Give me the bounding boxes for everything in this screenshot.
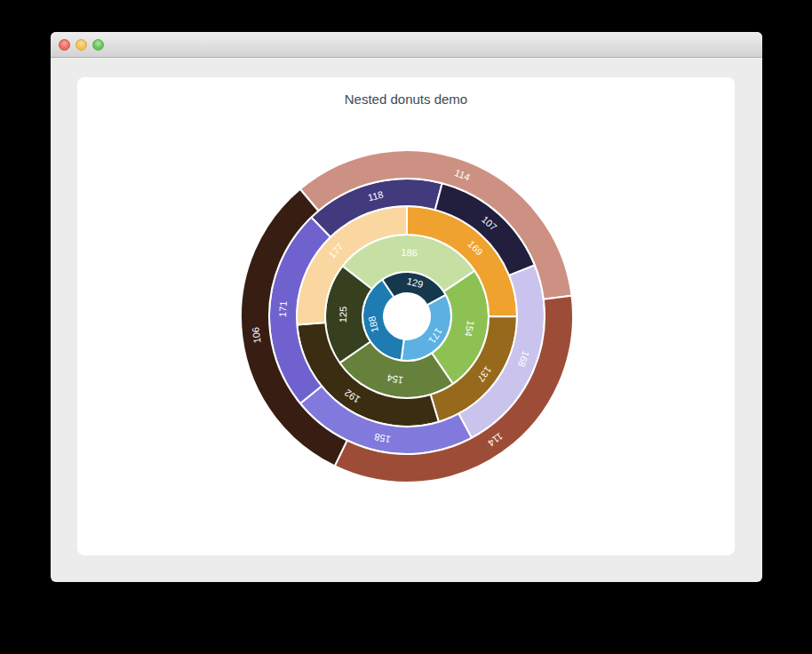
segment-label: 125 [338,307,349,323]
segment-label: 106 [250,326,262,344]
segment-label: 171 [277,300,289,317]
donut-svg: 1291711881861541541251691371921771181071… [77,77,735,555]
minimize-button[interactable] [76,39,87,51]
app-window: Nested donuts demo 129171188186154154125… [51,32,762,582]
close-button[interactable] [59,39,70,51]
zoom-button[interactable] [92,39,104,51]
segment-label: 186 [401,247,418,259]
window-titlebar[interactable] [51,32,762,58]
chart-panel: Nested donuts demo 129171188186154154125… [77,77,735,555]
window-controls [59,39,104,51]
